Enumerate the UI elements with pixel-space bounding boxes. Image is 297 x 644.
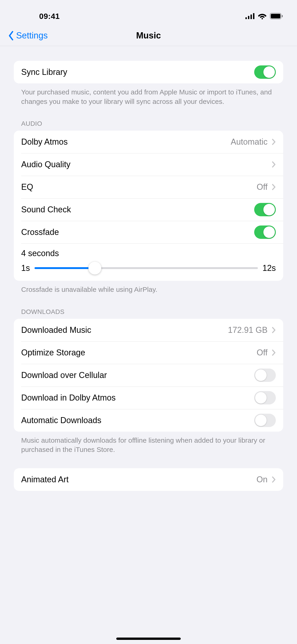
optimize-storage-row[interactable]: Optimize Storage Off: [14, 341, 283, 364]
svg-rect-7: [282, 15, 283, 17]
chevron-left-icon: [7, 31, 15, 41]
crossfade-row[interactable]: Crossfade: [14, 221, 283, 244]
back-label: Settings: [16, 31, 48, 40]
svg-rect-6: [271, 14, 280, 18]
crossfade-slider-fill: [34, 267, 95, 269]
back-button[interactable]: Settings: [7, 31, 48, 41]
sync-library-group: Sync Library: [14, 61, 283, 84]
download-dolby-toggle[interactable]: [254, 391, 276, 404]
svg-rect-0: [246, 17, 247, 19]
home-indicator[interactable]: [116, 638, 181, 640]
animated-art-label: Animated Art: [21, 475, 68, 484]
audio-quality-label: Audio Quality: [21, 160, 70, 169]
wifi-icon: [258, 13, 266, 19]
sync-library-footer: Your purchased music, content you add fr…: [14, 84, 283, 106]
dolby-atmos-value: Automatic: [231, 137, 268, 147]
chevron-right-icon: [272, 327, 276, 333]
downloaded-music-label: Downloaded Music: [21, 325, 91, 335]
content: Sync Library Your purchased music, conte…: [0, 46, 297, 491]
crossfade-current: 4 seconds: [21, 248, 276, 258]
svg-rect-3: [253, 13, 254, 19]
status-bar: 09:41: [0, 0, 297, 25]
chevron-right-icon: [272, 476, 276, 483]
cellular-icon: [246, 13, 255, 19]
download-cellular-toggle[interactable]: [254, 368, 276, 382]
sound-check-toggle[interactable]: [254, 203, 276, 216]
animated-art-group: Animated Art On: [14, 468, 283, 491]
crossfade-toggle[interactable]: [254, 226, 276, 239]
download-cellular-label: Download over Cellular: [21, 370, 107, 380]
optimize-storage-label: Optimize Storage: [21, 348, 85, 358]
automatic-downloads-toggle[interactable]: [254, 414, 276, 427]
downloads-header: DOWNLOADS: [14, 294, 283, 319]
animated-art-value: On: [256, 475, 268, 484]
dolby-atmos-row[interactable]: Dolby Atmos Automatic: [14, 130, 283, 153]
download-dolby-label: Download in Dolby Atmos: [21, 393, 116, 402]
crossfade-max: 12s: [262, 263, 276, 273]
crossfade-label: Crossfade: [21, 227, 59, 237]
crossfade-min: 1s: [21, 263, 30, 273]
automatic-downloads-label: Automatic Downloads: [21, 416, 101, 425]
sound-check-row[interactable]: Sound Check: [14, 198, 283, 221]
chevron-right-icon: [272, 161, 276, 168]
svg-rect-2: [250, 14, 252, 19]
audio-footer: Crossfade is unavailable while using Air…: [14, 281, 283, 294]
svg-rect-1: [248, 16, 249, 19]
chevron-right-icon: [272, 184, 276, 190]
chevron-right-icon: [272, 139, 276, 145]
crossfade-slider-thumb[interactable]: [88, 262, 101, 274]
crossfade-slider-row: 4 seconds 1s 12s: [14, 244, 283, 281]
sound-check-label: Sound Check: [21, 205, 71, 214]
status-time: 09:41: [39, 12, 60, 21]
eq-row[interactable]: EQ Off: [14, 176, 283, 198]
dolby-atmos-label: Dolby Atmos: [21, 137, 68, 147]
downloaded-music-value: 172.91 GB: [228, 325, 268, 335]
nav-bar: Settings Music: [0, 25, 297, 46]
downloads-group: Downloaded Music 172.91 GB Optimize Stor…: [14, 319, 283, 432]
animated-art-row[interactable]: Animated Art On: [14, 468, 283, 491]
audio-header: AUDIO: [14, 106, 283, 130]
svg-point-4: [262, 18, 263, 19]
downloaded-music-row[interactable]: Downloaded Music 172.91 GB: [14, 319, 283, 341]
sync-library-label: Sync Library: [21, 67, 67, 77]
sync-library-row[interactable]: Sync Library: [14, 61, 283, 84]
audio-group: Dolby Atmos Automatic Audio Quality EQ O…: [14, 130, 283, 281]
optimize-storage-value: Off: [257, 348, 268, 358]
automatic-downloads-row[interactable]: Automatic Downloads: [14, 409, 283, 432]
sync-library-toggle[interactable]: [254, 66, 276, 79]
download-cellular-row[interactable]: Download over Cellular: [14, 364, 283, 386]
eq-label: EQ: [21, 182, 33, 192]
status-icons: [246, 13, 283, 19]
downloads-footer: Music automatically downloads for offlin…: [14, 432, 283, 454]
audio-quality-row[interactable]: Audio Quality: [14, 153, 283, 176]
download-dolby-row[interactable]: Download in Dolby Atmos: [14, 386, 283, 409]
eq-value: Off: [257, 182, 268, 192]
crossfade-slider[interactable]: [34, 267, 258, 269]
chevron-right-icon: [272, 350, 276, 356]
battery-icon: [270, 13, 283, 19]
